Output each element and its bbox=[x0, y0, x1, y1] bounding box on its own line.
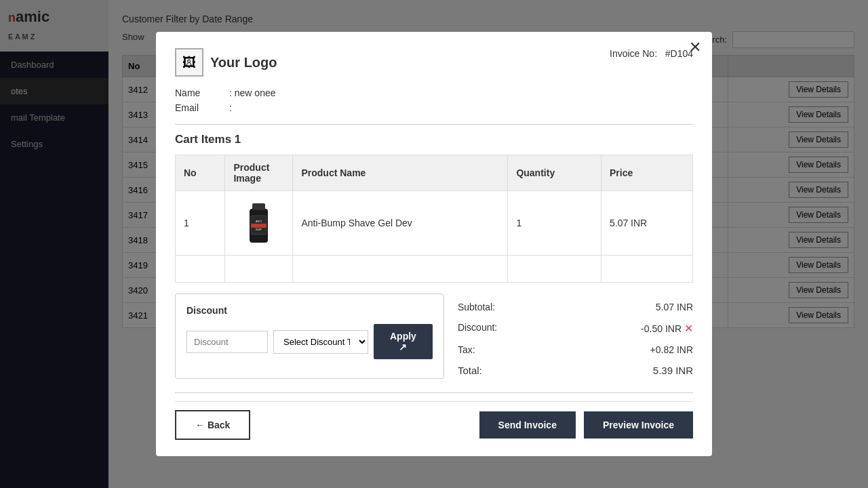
modal-footer: ← Back Send Invoice Preview Invoice bbox=[175, 401, 693, 440]
modal-header: 🖼 Your Logo Invoice No: #D104 bbox=[175, 48, 693, 77]
discount-title: Discount bbox=[186, 305, 433, 316]
total-value: 5.39 INR bbox=[653, 365, 693, 376]
logo-area: 🖼 Your Logo bbox=[175, 48, 277, 77]
cart-cell-qty: 1 bbox=[508, 191, 601, 256]
invoice-number-area: Invoice No: #D104 bbox=[610, 48, 693, 59]
remove-discount-icon[interactable]: ✕ bbox=[684, 322, 693, 335]
send-invoice-button[interactable]: Send Invoice bbox=[479, 411, 576, 439]
svg-rect-1 bbox=[252, 203, 265, 210]
logo-image-icon: 🖼 bbox=[182, 55, 196, 70]
modal-close-button[interactable]: ✕ bbox=[689, 40, 701, 55]
discount-value: -0.50 INR ✕ bbox=[641, 322, 693, 335]
svg-text:ANTI: ANTI bbox=[256, 220, 262, 223]
modal-overlay: ✕ 🖼 Your Logo Invoice No: #D104 Name : n… bbox=[0, 0, 868, 488]
cart-col-price: Price bbox=[601, 155, 692, 191]
tax-label: Tax: bbox=[458, 344, 475, 355]
divider-bottom bbox=[175, 392, 693, 393]
cart-table: No Product Image Product Name Quantity P… bbox=[175, 155, 693, 283]
discount-inputs: Select Discount Typ Percentage Fixed App… bbox=[186, 324, 433, 359]
info-row-email: Email : bbox=[175, 102, 693, 113]
divider-top bbox=[175, 124, 693, 125]
subtotal-value: 5.07 INR bbox=[656, 302, 693, 312]
cart-cell-product-name: Anti-Bump Shave Gel Dev bbox=[293, 191, 508, 256]
total-row: Total: 5.39 INR bbox=[458, 362, 693, 379]
info-row-name: Name : new onee bbox=[175, 87, 693, 98]
apply-button[interactable]: Apply ↗ bbox=[374, 324, 433, 359]
cart-row: 1 ANTI bbox=[176, 191, 693, 256]
discount-input[interactable] bbox=[186, 331, 268, 353]
back-button[interactable]: ← Back bbox=[175, 410, 250, 440]
product-image-svg: ANTI BUMP bbox=[240, 197, 277, 247]
subtotal-label: Subtotal: bbox=[458, 302, 495, 312]
logo-text-label: Your Logo bbox=[210, 55, 277, 70]
cart-col-name: Product Name bbox=[293, 155, 508, 191]
discount-type-select[interactable]: Select Discount Typ Percentage Fixed bbox=[273, 330, 368, 354]
svg-rect-3 bbox=[251, 224, 267, 228]
cart-cell-price: 5.07 INR bbox=[601, 191, 692, 256]
discount-box: Discount Select Discount Typ Percentage … bbox=[175, 293, 444, 379]
preview-invoice-button[interactable]: Preview Invoice bbox=[584, 411, 693, 439]
footer-right-buttons: Send Invoice Preview Invoice bbox=[479, 411, 693, 439]
discount-label: Discount: bbox=[458, 322, 497, 335]
logo-icon: 🖼 bbox=[175, 48, 203, 77]
cart-row-empty bbox=[176, 256, 693, 283]
cart-cell-no: 1 bbox=[176, 191, 225, 256]
cart-cell-image: ANTI BUMP bbox=[225, 191, 293, 256]
cart-col-image: Product Image bbox=[225, 155, 293, 191]
total-label: Total: bbox=[458, 365, 482, 376]
cart-section-title: Cart Items 1 bbox=[175, 133, 693, 146]
cart-col-no: No bbox=[176, 155, 225, 191]
subtotal-row: Subtotal: 5.07 INR bbox=[458, 299, 693, 315]
bottom-section: Discount Select Discount Typ Percentage … bbox=[175, 293, 693, 379]
totals-area: Subtotal: 5.07 INR Discount: -0.50 INR ✕… bbox=[458, 293, 693, 379]
tax-row: Tax: +0.82 INR bbox=[458, 342, 693, 358]
discount-row: Discount: -0.50 INR ✕ bbox=[458, 319, 693, 338]
tax-value: +0.82 INR bbox=[650, 344, 693, 355]
customer-info: Name : new onee Email : bbox=[175, 87, 693, 113]
invoice-modal: ✕ 🖼 Your Logo Invoice No: #D104 Name : n… bbox=[156, 32, 712, 456]
svg-text:BUMP: BUMP bbox=[256, 228, 262, 231]
cart-col-qty: Quantity bbox=[508, 155, 601, 191]
